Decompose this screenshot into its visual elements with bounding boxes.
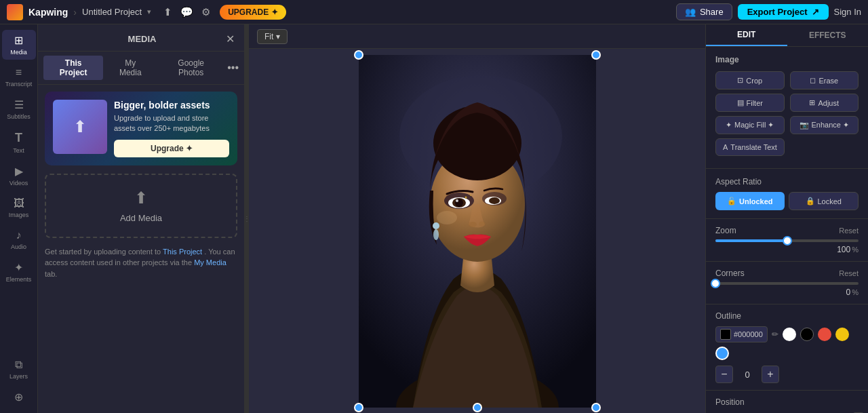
canvas-viewport[interactable]: ↻ <box>249 49 705 413</box>
sidebar-item-elements[interactable]: ✦ Elements <box>2 257 36 287</box>
upgrade-button[interactable]: UPGRADE ✦ <box>220 5 285 20</box>
handle-bottom-right[interactable] <box>591 403 601 412</box>
media-panel-header: MEDIA ✕ <box>38 24 244 52</box>
translate-text-button[interactable]: A Translate Text <box>715 138 785 156</box>
audio-label: Audio <box>11 243 26 250</box>
topbar-icon-group: ⬆ 💬 ⚙ <box>162 5 212 20</box>
outline-edit-icon-btn[interactable]: ✏ <box>772 330 778 339</box>
magic-fill-icon: ✦ <box>726 121 732 130</box>
outline-color-box <box>720 329 731 340</box>
share-button[interactable]: 👥 Share <box>676 3 732 20</box>
corners-slider-thumb[interactable] <box>711 279 720 288</box>
hint-link-this-project[interactable]: This Project <box>163 248 202 256</box>
comment-icon-btn[interactable]: 💬 <box>179 5 195 20</box>
outline-color-white[interactable] <box>783 328 796 341</box>
zoom-section: Zoom Reset 100 % <box>706 219 868 262</box>
outline-color-blue[interactable] <box>715 347 729 360</box>
sidebar-item-subtitles[interactable]: ☰ Subtitles <box>2 94 36 124</box>
sidebar-item-images[interactable]: 🖼 Images <box>2 193 36 222</box>
tab-edit[interactable]: EDIT <box>706 24 787 46</box>
outline-stepper-row: − 0 + <box>715 366 859 383</box>
upgrade-card-button[interactable]: Upgrade ✦ <box>114 140 229 157</box>
handle-top-right[interactable] <box>591 50 601 60</box>
corners-section: Corners Reset 0 % <box>706 262 868 304</box>
upload-arrow-icon: ⬆ <box>73 117 87 136</box>
tabs-more-btn[interactable]: ••• <box>227 56 239 80</box>
adjust-button[interactable]: ⊞ Adjust <box>790 94 859 112</box>
outline-color-red[interactable] <box>818 328 831 341</box>
upgrade-card-desc: Upgrade to upload and store assets over … <box>114 113 229 134</box>
erase-button[interactable]: ◻ Erase <box>790 71 859 90</box>
tab-this-project[interactable]: This Project <box>43 56 103 80</box>
images-label: Images <box>9 212 29 218</box>
image-section-title: Image <box>715 55 859 64</box>
tab-google-photos[interactable]: Google Photos <box>157 56 224 80</box>
aspect-locked-button[interactable]: 🔒 Locked <box>789 192 859 210</box>
zoom-slider-track[interactable] <box>715 239 859 242</box>
corners-reset-button[interactable]: Reset <box>839 269 859 277</box>
corners-label: Corners <box>715 269 745 278</box>
settings-icon-btn[interactable]: ⚙ <box>200 5 212 20</box>
fit-button[interactable]: Fit ▾ <box>257 29 288 44</box>
crop-button[interactable]: ⊡ Crop <box>715 71 785 90</box>
upgrade-card-img-inner: ⬆ <box>53 100 107 154</box>
outline-increment-btn[interactable]: + <box>762 366 779 383</box>
outline-color-yellow[interactable] <box>835 328 849 341</box>
sidebar-item-audio[interactable]: ♪ Audio <box>2 225 36 254</box>
tab-effects[interactable]: EFFECTS <box>787 24 869 46</box>
svg-point-17 <box>437 211 457 224</box>
aspect-unlocked-button[interactable]: 🔓 Unlocked <box>715 192 785 210</box>
edit-btn-row-3: ✦ Magic Fill ✦ 📷 Enhance ✦ <box>715 116 859 134</box>
handle-top-left[interactable] <box>354 50 363 60</box>
outline-color-hex: #000000 <box>734 330 763 338</box>
aspect-ratio-section: Aspect Ratio 🔓 Unlocked 🔒 Locked <box>706 169 868 219</box>
community-icon: ⊕ <box>14 391 23 404</box>
corners-slider-track[interactable] <box>715 282 859 285</box>
subtitles-label: Subtitles <box>7 113 31 120</box>
sidebar-item-layers[interactable]: ⧉ Layers <box>2 355 36 384</box>
outline-color-row: #000000 ✏ <box>715 326 859 342</box>
project-caret[interactable]: ▾ <box>147 7 151 16</box>
zoom-slider-thumb[interactable] <box>783 236 792 245</box>
hint-link-my-media[interactable]: My Media <box>194 258 226 267</box>
zoom-reset-button[interactable]: Reset <box>839 227 859 235</box>
app-brand: Kapwing <box>28 7 68 18</box>
export-arrow-icon: ↗ <box>812 7 819 17</box>
upgrade-card-title: Bigger, bolder assets <box>114 100 229 111</box>
canvas-image-container[interactable]: ↻ <box>359 55 596 408</box>
outline-decrement-btn[interactable]: − <box>715 366 733 383</box>
magic-fill-button[interactable]: ✦ Magic Fill ✦ <box>715 116 785 134</box>
tab-my-media[interactable]: My Media <box>106 56 155 80</box>
sidebar-item-text[interactable]: T Text <box>2 127 36 158</box>
media-content: ⬆ Bigger, bolder assets Upgrade to uploa… <box>38 85 244 413</box>
outline-color-swatch[interactable]: #000000 <box>715 326 768 342</box>
layers-label: Layers <box>9 373 28 380</box>
outline-color-black[interactable] <box>800 328 814 341</box>
right-panel-tabs: EDIT EFFECTS <box>706 24 868 47</box>
sidebar-item-community[interactable]: ⊕ <box>2 387 36 408</box>
handle-bottom-center[interactable] <box>473 403 482 412</box>
upload-icon-btn[interactable]: ⬆ <box>162 5 174 20</box>
sidebar-item-media[interactable]: ⊞ Media <box>2 30 36 60</box>
sidebar-item-videos[interactable]: ▶ Videos <box>2 161 36 191</box>
images-icon: 🖼 <box>14 197 24 210</box>
layers-icon: ⧉ <box>15 359 22 371</box>
add-media-section[interactable]: ⬆ Add Media <box>45 174 237 238</box>
zoom-label: Zoom <box>715 226 736 235</box>
enhance-button[interactable]: 📷 Enhance ✦ <box>790 116 859 134</box>
filter-button[interactable]: ▤ Filter <box>715 94 785 112</box>
audio-icon: ♪ <box>16 229 22 241</box>
corners-value: 0 <box>846 288 851 297</box>
handle-bottom-left[interactable] <box>354 403 363 412</box>
app-logo <box>7 4 23 20</box>
sidebar-item-transcript[interactable]: ≡ Transcript <box>2 62 36 92</box>
media-panel-close-btn[interactable]: ✕ <box>224 31 236 47</box>
media-label: Media <box>10 49 27 56</box>
corners-header-row: Corners Reset <box>715 269 859 278</box>
outline-stepper-value: 0 <box>737 370 757 380</box>
signin-button[interactable]: Sign In <box>834 7 861 17</box>
enhance-icon: 📷 <box>800 121 809 130</box>
erase-icon: ◻ <box>810 76 816 85</box>
export-button[interactable]: Export Project ↗ <box>738 4 829 20</box>
project-title: Untitled Project <box>82 7 142 17</box>
